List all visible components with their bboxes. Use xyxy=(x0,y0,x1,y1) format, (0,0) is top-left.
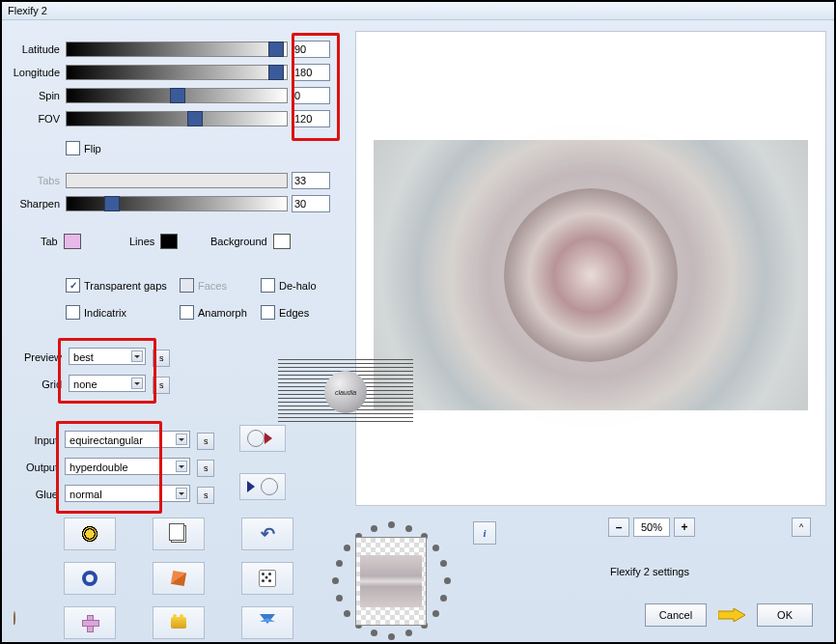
lines-swatch-label: Lines xyxy=(129,236,154,247)
input-s-button[interactable]: s xyxy=(197,433,214,450)
transparent-gaps-label: Transparent gaps xyxy=(84,280,167,292)
spin-value[interactable]: 0 xyxy=(292,87,330,104)
preview-pane xyxy=(355,31,826,506)
undo-icon: ↶ xyxy=(261,523,275,545)
zoom-value[interactable]: 50% xyxy=(633,518,670,537)
cross-button[interactable] xyxy=(64,606,116,639)
tab-swatch[interactable] xyxy=(64,234,81,249)
output-select-label: Output xyxy=(19,462,58,473)
cube-button[interactable] xyxy=(153,562,205,595)
gem-icon xyxy=(260,614,275,631)
glue-select-label: Glue xyxy=(19,489,58,500)
play-icon xyxy=(265,433,278,444)
thumbnail[interactable] xyxy=(355,537,427,626)
flexify-window: Flexify 2 Latitude 90 Longitude 180 Spin… xyxy=(0,0,836,644)
copy-button[interactable] xyxy=(153,518,205,550)
cancel-button[interactable]: Cancel xyxy=(645,603,707,627)
expand-button[interactable]: ^ xyxy=(792,518,811,537)
sharpen-value[interactable]: 30 xyxy=(292,195,330,212)
palette-icon xyxy=(14,611,15,625)
input-select[interactable]: equirectangular xyxy=(65,431,190,448)
settings-text: Flexify 2 settings xyxy=(610,566,689,577)
copy-icon xyxy=(171,525,186,543)
indicatrix-label: Indicatrix xyxy=(84,307,126,319)
grid-s-button[interactable]: s xyxy=(153,377,170,394)
dehalo-checkbox[interactable] xyxy=(261,278,275,293)
anamorph-checkbox[interactable] xyxy=(180,305,194,320)
torus-button[interactable] xyxy=(64,562,116,595)
sharpen-slider[interactable] xyxy=(66,196,288,211)
titlebar: Flexify 2 xyxy=(2,2,834,20)
glue-select[interactable]: normal xyxy=(65,485,190,502)
palette-button[interactable] xyxy=(14,612,15,624)
edges-checkbox[interactable] xyxy=(261,305,275,320)
latitude-slider[interactable] xyxy=(66,42,288,57)
zoom-out-button[interactable]: – xyxy=(608,518,629,537)
faces-label: Faces xyxy=(198,280,227,292)
edges-label: Edges xyxy=(279,307,309,319)
grid-select[interactable]: none xyxy=(69,375,146,392)
longitude-label: Longitude xyxy=(2,67,66,78)
play-icon xyxy=(247,481,261,492)
disc-icon xyxy=(261,478,278,495)
anamorph-label: Anamorph xyxy=(198,307,247,319)
brick-icon xyxy=(171,617,186,629)
tabs-slider xyxy=(66,173,288,188)
ok-button[interactable]: OK xyxy=(757,603,813,627)
fov-label: FOV xyxy=(2,113,66,125)
preview-s-button[interactable]: s xyxy=(153,350,170,367)
dice-button[interactable] xyxy=(241,562,293,595)
indicatrix-checkbox[interactable] xyxy=(66,305,80,320)
tabs-value[interactable]: 33 xyxy=(292,172,330,189)
latitude-label: Latitude xyxy=(2,43,66,55)
output-play-button[interactable] xyxy=(239,473,286,500)
info-button[interactable]: i xyxy=(473,521,496,545)
grid-select-label: Grid xyxy=(19,378,62,390)
transparent-gaps-checkbox[interactable] xyxy=(66,278,80,293)
latitude-value[interactable]: 90 xyxy=(292,41,330,58)
gem-button[interactable] xyxy=(241,606,293,639)
sharpen-label: Sharpen xyxy=(2,198,66,210)
spin-label: Spin xyxy=(2,90,66,101)
preview-select-label: Preview xyxy=(19,351,62,363)
cube-icon xyxy=(171,571,186,586)
flip-label: Flip xyxy=(84,143,101,154)
bee-button[interactable] xyxy=(64,518,116,550)
preview-select[interactable]: best xyxy=(69,348,146,365)
input-select-label: Input xyxy=(19,434,58,446)
bee-icon xyxy=(82,526,98,542)
glue-s-button[interactable]: s xyxy=(197,487,214,504)
input-play-button[interactable] xyxy=(239,425,286,452)
background-swatch-label: Background xyxy=(210,236,267,247)
preview-image xyxy=(374,140,808,410)
zoom-controls: – 50% + xyxy=(608,518,695,537)
lines-swatch[interactable] xyxy=(160,234,178,249)
dehalo-label: De-halo xyxy=(279,280,317,292)
undo-button[interactable]: ↶ xyxy=(241,518,293,550)
longitude-slider[interactable] xyxy=(66,65,288,80)
output-s-button[interactable]: s xyxy=(197,460,214,477)
output-select[interactable]: hyperdouble xyxy=(65,458,190,475)
dice-icon xyxy=(259,570,276,587)
torus-icon xyxy=(82,571,98,586)
longitude-value[interactable]: 180 xyxy=(292,64,330,81)
faces-checkbox xyxy=(180,278,194,293)
tab-swatch-label: Tab xyxy=(41,236,58,247)
spin-slider[interactable] xyxy=(66,88,288,103)
brick-button[interactable] xyxy=(153,606,205,639)
tabs-label: Tabs xyxy=(2,175,66,186)
flip-checkbox[interactable] xyxy=(66,141,80,155)
controls-panel: Latitude 90 Longitude 180 Spin 0 FOV 120 xyxy=(2,19,340,642)
cross-icon xyxy=(82,615,98,630)
fov-value[interactable]: 120 xyxy=(292,110,330,127)
fov-slider[interactable] xyxy=(66,111,288,126)
disc-icon xyxy=(247,430,265,447)
ok-arrow-icon xyxy=(718,608,745,622)
background-swatch[interactable] xyxy=(273,234,291,249)
zoom-in-button[interactable]: + xyxy=(674,518,695,537)
